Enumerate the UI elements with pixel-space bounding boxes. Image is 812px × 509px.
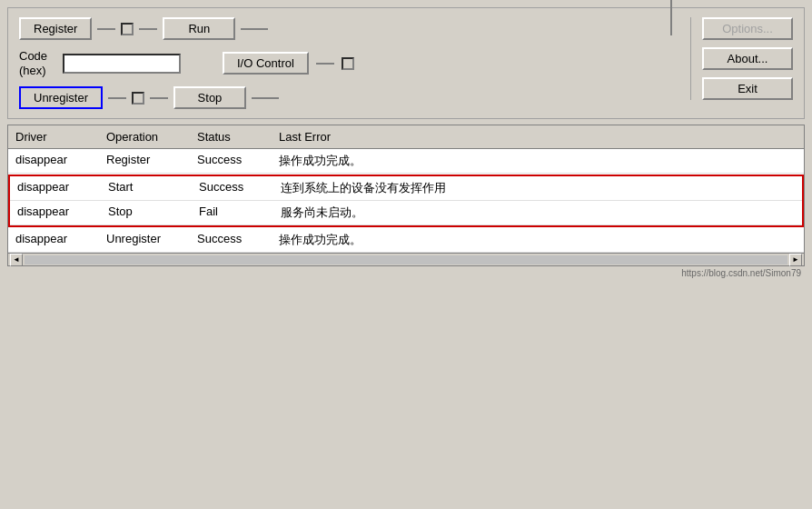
cell-driver: disappear [8,230,99,250]
cell-status: Success [190,151,272,171]
register-checkbox[interactable] [121,23,134,35]
table-row: disappear Unregister Success 操作成功完成。 [8,228,804,253]
code-label: Code (hex) [19,49,55,77]
cell-driver: disappear [10,178,101,198]
connector-line-1 [97,28,115,30]
scroll-left-button[interactable]: ◄ [10,254,23,266]
cell-lasterror: 连到系统上的设备没有发挥作用 [273,178,802,198]
connector-line-3 [108,97,126,99]
io-control-button[interactable]: I/O Control [223,52,309,75]
connector-line-2 [139,28,157,30]
cell-operation: Stop [101,203,192,223]
exit-button[interactable]: Exit [702,77,793,100]
highlighted-rows: disappear Start Success 连到系统上的设备没有发挥作用 d… [8,175,804,227]
cell-driver: disappear [8,151,99,171]
scroll-track[interactable] [25,255,787,264]
col-header-driver: Driver [8,128,99,145]
stop-button[interactable]: Stop [173,86,246,109]
stop-right-connector [252,97,279,99]
table-header: Driver Operation Status Last Error [8,125,804,149]
unregister-checkbox[interactable] [132,92,144,105]
log-table: Driver Operation Status Last Error disap… [7,125,805,266]
cell-lasterror: 服务尚未启动。 [273,203,802,223]
cell-status: Success [190,230,272,250]
register-run-row: Register Run [19,17,670,40]
horizontal-scrollbar[interactable]: ◄ ► [8,253,804,265]
cell-lasterror: 操作成功完成。 [272,230,804,250]
io-checkbox[interactable] [342,57,354,70]
right-buttons-panel: Options... About... Exit [690,17,793,100]
col-header-status: Status [190,128,272,145]
cell-operation: Unregister [99,230,190,250]
cell-driver: disappear [10,203,101,223]
table-row: disappear Stop Fail 服务尚未启动。 [10,201,802,225]
vertical-connector-area [670,17,672,35]
col-header-operation: Operation [99,128,190,145]
run-button[interactable]: Run [163,17,235,40]
table-row: disappear Start Success 连到系统上的设备没有发挥作用 [10,176,802,201]
unregister-button[interactable]: Unregister [19,86,103,109]
cell-operation: Start [101,178,192,198]
run-right-connector [241,28,268,30]
scroll-right-button[interactable]: ► [789,254,802,266]
watermark: https://blog.csdn.net/Simon79 [7,266,805,280]
cell-status: Success [192,178,273,198]
options-button[interactable]: Options... [702,17,793,40]
code-io-row: Code (hex) I/O Control [19,49,670,77]
register-button[interactable]: Register [19,17,92,40]
about-button[interactable]: About... [702,47,793,70]
code-input[interactable] [63,54,181,74]
connector-line-4 [150,97,168,99]
io-connector-line [316,63,334,65]
cell-operation: Register [99,151,190,171]
unregister-stop-row: Unregister Stop [19,86,670,109]
cell-lasterror: 操作成功完成。 [272,151,804,171]
col-header-lasterror: Last Error [272,128,804,145]
table-row: disappear Register Success 操作成功完成。 [8,149,804,174]
cell-status: Fail [192,203,273,223]
